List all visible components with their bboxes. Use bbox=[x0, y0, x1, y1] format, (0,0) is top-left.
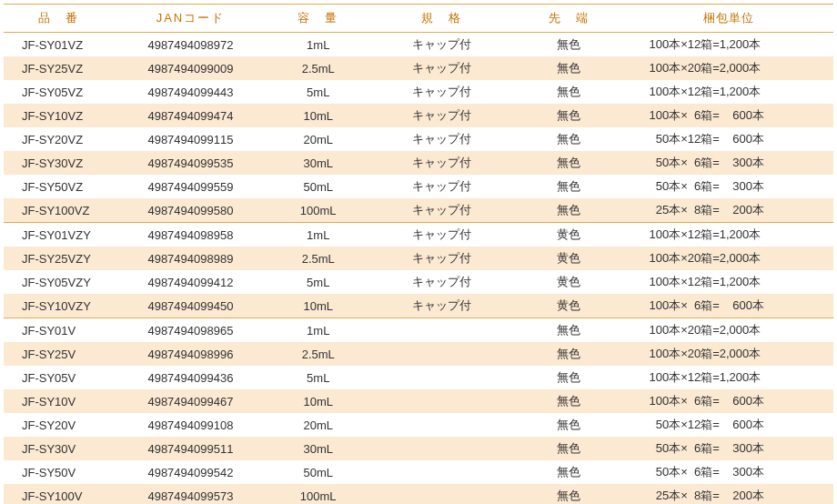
cell-pack: 100本×20箱=2,000本 bbox=[623, 342, 833, 366]
cell-pack: 25本× 8箱= 200本 bbox=[623, 484, 833, 504]
cell-jan: 4987494099559 bbox=[113, 175, 267, 198]
cell-jan: 4987494098972 bbox=[113, 33, 267, 57]
cell-jan: 4987494099009 bbox=[113, 56, 267, 80]
header-pack: 梱包単位 bbox=[623, 5, 833, 33]
table-row: JF-SY01V49874940989651mL無色100本×20箱=2,000… bbox=[4, 318, 833, 343]
header-volume: 容 量 bbox=[268, 5, 368, 33]
cell-pack: 100本× 6箱= 600本 bbox=[623, 294, 833, 318]
cell-jan: 4987494098996 bbox=[113, 342, 267, 366]
cell-part: JF-SY30V bbox=[4, 437, 113, 460]
table-row: JF-SY20V498749409910820mL無色 50本×12箱= 600… bbox=[4, 413, 833, 437]
cell-jan: 4987494099443 bbox=[113, 80, 267, 104]
cell-pack: 100本×12箱=1,200本 bbox=[623, 270, 833, 294]
product-table: 品 番 JANコード 容 量 規 格 先 端 梱包単位 JF-SY01VZ498… bbox=[4, 4, 833, 504]
cell-jan: 4987494099511 bbox=[113, 437, 267, 460]
cell-tip: 無色 bbox=[514, 33, 623, 57]
table-row: JF-SY05V49874940994365mL無色100本×12箱=1,200… bbox=[4, 366, 833, 389]
cell-spec: キャップ付 bbox=[368, 247, 514, 270]
cell-volume: 30mL bbox=[268, 437, 368, 460]
cell-spec bbox=[368, 437, 514, 460]
cell-part: JF-SY01V bbox=[4, 318, 113, 343]
cell-pack: 100本×12箱=1,200本 bbox=[623, 33, 833, 57]
cell-part: JF-SY25VZ bbox=[4, 56, 113, 80]
cell-volume: 5mL bbox=[268, 270, 368, 294]
table-row: JF-SY50VZ498749409955950mLキャップ付無色 50本× 6… bbox=[4, 175, 833, 198]
table-row: JF-SY01VZY49874940989581mLキャップ付黄色100本×12… bbox=[4, 223, 833, 247]
cell-part: JF-SY30VZ bbox=[4, 151, 113, 175]
header-tip: 先 端 bbox=[514, 5, 623, 33]
cell-volume: 2.5mL bbox=[268, 247, 368, 270]
cell-jan: 4987494099115 bbox=[113, 127, 267, 151]
table-row: JF-SY05VZY49874940994125mLキャップ付黄色100本×12… bbox=[4, 270, 833, 294]
cell-spec bbox=[368, 342, 514, 366]
cell-tip: 無色 bbox=[514, 318, 623, 343]
cell-volume: 50mL bbox=[268, 460, 368, 484]
cell-part: JF-SY25VZY bbox=[4, 247, 113, 270]
table-row: JF-SY50V498749409954250mL無色 50本× 6箱= 300… bbox=[4, 460, 833, 484]
cell-part: JF-SY50V bbox=[4, 460, 113, 484]
cell-spec: キャップ付 bbox=[368, 33, 514, 57]
cell-tip: 無色 bbox=[514, 484, 623, 504]
cell-spec bbox=[368, 484, 514, 504]
cell-jan: 4987494099412 bbox=[113, 270, 267, 294]
cell-jan: 4987494099573 bbox=[113, 484, 267, 504]
table-row: JF-SY100V4987494099573100mL無色 25本× 8箱= 2… bbox=[4, 484, 833, 504]
cell-jan: 4987494098989 bbox=[113, 247, 267, 270]
cell-volume: 5mL bbox=[268, 366, 368, 389]
cell-part: JF-SY50VZ bbox=[4, 175, 113, 198]
cell-tip: 無色 bbox=[514, 389, 623, 413]
cell-spec: キャップ付 bbox=[368, 270, 514, 294]
cell-tip: 無色 bbox=[514, 104, 623, 127]
cell-spec bbox=[368, 413, 514, 437]
table-group: JF-SY01V49874940989651mL無色100本×20箱=2,000… bbox=[4, 318, 833, 505]
cell-spec bbox=[368, 366, 514, 389]
table-group: JF-SY01VZ49874940989721mLキャップ付無色100本×12箱… bbox=[4, 33, 833, 223]
cell-tip: 黄色 bbox=[514, 294, 623, 318]
table-row: JF-SY30V498749409951130mL無色 50本× 6箱= 300… bbox=[4, 437, 833, 460]
cell-part: JF-SY01VZY bbox=[4, 223, 113, 247]
cell-part: JF-SY100VZ bbox=[4, 198, 113, 223]
cell-part: JF-SY10V bbox=[4, 389, 113, 413]
cell-tip: 無色 bbox=[514, 56, 623, 80]
cell-jan: 4987494098958 bbox=[113, 223, 267, 247]
table-row: JF-SY05VZ49874940994435mLキャップ付無色100本×12箱… bbox=[4, 80, 833, 104]
cell-tip: 黄色 bbox=[514, 270, 623, 294]
cell-pack: 100本×20箱=2,000本 bbox=[623, 56, 833, 80]
cell-volume: 10mL bbox=[268, 389, 368, 413]
cell-part: JF-SY100V bbox=[4, 484, 113, 504]
header-part: 品 番 bbox=[4, 5, 113, 33]
cell-pack: 100本×12箱=1,200本 bbox=[623, 366, 833, 389]
cell-jan: 4987494099450 bbox=[113, 294, 267, 318]
table-header: 品 番 JANコード 容 量 規 格 先 端 梱包単位 bbox=[4, 5, 833, 33]
cell-pack: 50本× 6箱= 300本 bbox=[623, 151, 833, 175]
cell-part: JF-SY05VZ bbox=[4, 80, 113, 104]
cell-part: JF-SY25V bbox=[4, 342, 113, 366]
cell-tip: 無色 bbox=[514, 413, 623, 437]
cell-pack: 100本×20箱=2,000本 bbox=[623, 247, 833, 270]
cell-part: JF-SY05VZY bbox=[4, 270, 113, 294]
cell-volume: 5mL bbox=[268, 80, 368, 104]
cell-part: JF-SY05V bbox=[4, 366, 113, 389]
cell-spec: キャップ付 bbox=[368, 104, 514, 127]
table-row: JF-SY01VZ49874940989721mLキャップ付無色100本×12箱… bbox=[4, 33, 833, 57]
cell-tip: 無色 bbox=[514, 127, 623, 151]
cell-spec bbox=[368, 460, 514, 484]
table-row: JF-SY100VZ4987494099580100mLキャップ付無色 25本×… bbox=[4, 198, 833, 223]
cell-volume: 20mL bbox=[268, 127, 368, 151]
cell-pack: 100本× 6箱= 600本 bbox=[623, 389, 833, 413]
cell-volume: 10mL bbox=[268, 294, 368, 318]
cell-part: JF-SY20VZ bbox=[4, 127, 113, 151]
table-row: JF-SY30VZ498749409953530mLキャップ付無色 50本× 6… bbox=[4, 151, 833, 175]
cell-volume: 1mL bbox=[268, 223, 368, 247]
cell-part: JF-SY01VZ bbox=[4, 33, 113, 57]
cell-volume: 2.5mL bbox=[268, 56, 368, 80]
cell-spec: キャップ付 bbox=[368, 175, 514, 198]
cell-pack: 50本× 6箱= 300本 bbox=[623, 437, 833, 460]
table-row: JF-SY10VZ498749409947410mLキャップ付無色100本× 6… bbox=[4, 104, 833, 127]
table-row: JF-SY10V498749409946710mL無色100本× 6箱= 600… bbox=[4, 389, 833, 413]
cell-jan: 4987494099474 bbox=[113, 104, 267, 127]
cell-pack: 50本× 6箱= 300本 bbox=[623, 175, 833, 198]
cell-volume: 10mL bbox=[268, 104, 368, 127]
cell-jan: 4987494099542 bbox=[113, 460, 267, 484]
header-spec: 規 格 bbox=[368, 5, 514, 33]
